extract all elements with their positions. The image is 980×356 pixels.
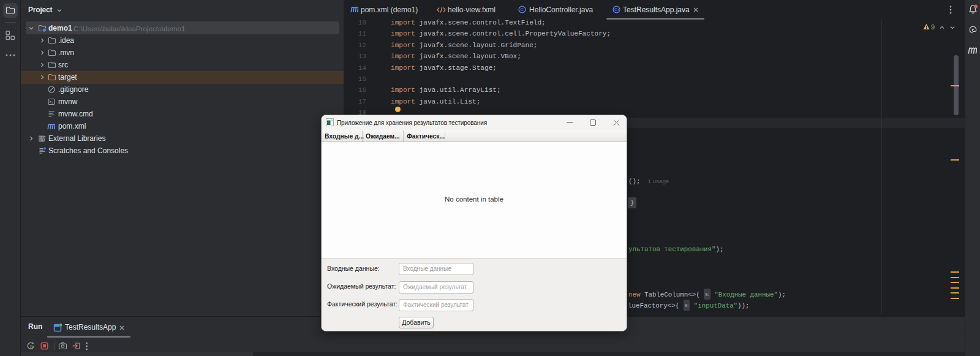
svg-text:C: C <box>614 7 618 12</box>
svg-text:C: C <box>521 7 524 12</box>
